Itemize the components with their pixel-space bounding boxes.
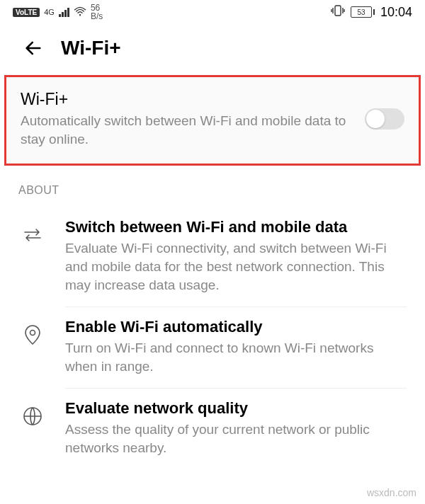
status-left: VoLTE 4G 56 B/s [13, 4, 103, 21]
wifi-plus-description: Automatically switch between Wi-Fi and m… [21, 112, 351, 148]
wifi-plus-text: Wi-Fi+ Automatically switch between Wi-F… [21, 90, 365, 148]
globe-icon [18, 402, 47, 430]
wifi-plus-toggle-card[interactable]: Wi-Fi+ Automatically switch between Wi-F… [4, 75, 421, 166]
volte-badge: VoLTE [13, 8, 40, 17]
swap-icon [18, 221, 47, 249]
svg-rect-1 [335, 6, 341, 16]
wifi-icon [74, 6, 86, 18]
status-bar: VoLTE 4G 56 B/s 53 10:04 [0, 0, 425, 24]
about-item-title: Enable Wi-Fi automatically [65, 318, 407, 336]
battery-icon: 53 [351, 6, 375, 18]
about-item-title: Evaluate network quality [65, 399, 407, 418]
signal-bars-icon [59, 8, 69, 17]
battery-percent: 53 [357, 8, 365, 16]
page-title: Wi-Fi+ [61, 37, 121, 59]
back-button[interactable] [23, 38, 44, 59]
about-item-evaluate: Evaluate network quality Assess the qual… [0, 388, 425, 469]
clock: 10:04 [380, 5, 412, 20]
watermark: wsxdn.com [367, 487, 416, 498]
wifi-plus-toggle[interactable] [365, 108, 404, 130]
toggle-knob [366, 110, 385, 128]
speed-unit: B/s [91, 12, 103, 21]
status-right: 53 10:04 [331, 5, 412, 20]
about-item-title: Switch between Wi-Fi and mobile data [65, 218, 407, 236]
about-item-description: Turn on Wi-Fi and connect to known Wi-Fi… [65, 339, 407, 375]
page-header: Wi-Fi+ [0, 24, 425, 75]
data-speed: 56 B/s [91, 4, 103, 21]
network-type: 4G [44, 8, 55, 16]
vibrate-icon [331, 5, 345, 19]
about-item-description: Evaluate Wi-Fi connectivity, and switch … [65, 239, 407, 294]
wifi-plus-title: Wi-Fi+ [21, 90, 351, 109]
svg-point-2 [30, 331, 35, 336]
about-item-description: Assess the quality of your current netwo… [65, 420, 407, 457]
about-item-enable: Enable Wi-Fi automatically Turn on Wi-Fi… [0, 307, 425, 388]
location-icon [18, 321, 47, 349]
about-section-header: ABOUT [0, 166, 425, 207]
about-item-switch: Switch between Wi-Fi and mobile data Eva… [0, 207, 425, 307]
svg-point-0 [79, 13, 81, 15]
back-arrow-icon [23, 38, 43, 58]
